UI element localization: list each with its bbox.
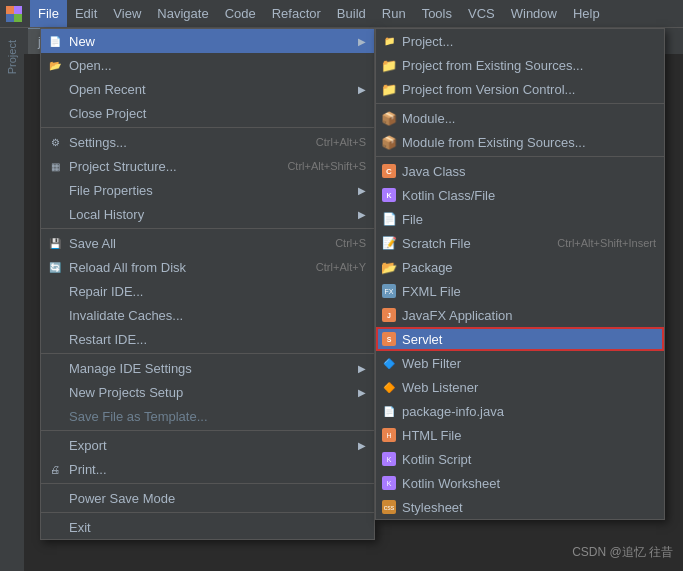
menu-item-save-all[interactable]: 💾 Save All Ctrl+S bbox=[41, 231, 374, 255]
new-submenu-dropdown: 📁 Project... 📁 Project from Existing Sou… bbox=[375, 28, 665, 520]
menubar: File Edit View Navigate Code Refactor Bu… bbox=[0, 0, 683, 28]
new-separator-1 bbox=[376, 103, 664, 104]
settings-icon: ⚙ bbox=[47, 134, 63, 150]
menu-item-new[interactable]: 📄 New ▶ bbox=[41, 29, 374, 53]
menu-item-file-properties[interactable]: File Properties ▶ bbox=[41, 178, 374, 202]
menu-item-project-structure[interactable]: ▦ Project Structure... Ctrl+Alt+Shift+S bbox=[41, 154, 374, 178]
scratch-file-icon: 📝 bbox=[380, 234, 398, 252]
menu-item-power-save-mode[interactable]: Power Save Mode bbox=[41, 486, 374, 510]
menu-code[interactable]: Code bbox=[217, 0, 264, 27]
module-existing-icon: 📦 bbox=[380, 133, 398, 151]
menu-window[interactable]: Window bbox=[503, 0, 565, 27]
kotlin-class-icon: K bbox=[380, 186, 398, 204]
java-class-icon: C bbox=[380, 162, 398, 180]
package-icon: 📂 bbox=[380, 258, 398, 276]
menu-item-open[interactable]: 📂 Open... bbox=[41, 53, 374, 77]
watermark: CSDN @追忆 往昔 bbox=[572, 544, 673, 561]
html-icon: H bbox=[380, 426, 398, 444]
menu-item-local-history[interactable]: Local History ▶ bbox=[41, 202, 374, 226]
app-logo bbox=[4, 4, 24, 24]
fxml-icon: FX bbox=[380, 282, 398, 300]
folder-icon: 📂 bbox=[47, 57, 63, 73]
separator-3 bbox=[41, 353, 374, 354]
new-item-web-listener[interactable]: 🔶 Web Listener bbox=[376, 375, 664, 399]
svg-rect-0 bbox=[6, 6, 14, 14]
new-item-package-info[interactable]: 📄 package-info.java bbox=[376, 399, 664, 423]
menu-item-repair-ide[interactable]: Repair IDE... bbox=[41, 279, 374, 303]
svg-rect-1 bbox=[14, 6, 22, 14]
css-icon: css bbox=[380, 498, 398, 516]
separator-4 bbox=[41, 430, 374, 431]
menu-item-restart-ide[interactable]: Restart IDE... bbox=[41, 327, 374, 351]
kotlin-worksheet-icon: K bbox=[380, 474, 398, 492]
reload-icon: 🔄 bbox=[47, 259, 63, 275]
file-menu-dropdown: 📄 New ▶ 📂 Open... Open Recent ▶ Close Pr… bbox=[40, 28, 375, 540]
servlet-icon: S bbox=[380, 330, 398, 348]
menu-item-invalidate-caches[interactable]: Invalidate Caches... bbox=[41, 303, 374, 327]
package-info-icon: 📄 bbox=[380, 402, 398, 420]
menu-item-reload[interactable]: 🔄 Reload All from Disk Ctrl+Alt+Y bbox=[41, 255, 374, 279]
menu-item-exit[interactable]: Exit bbox=[41, 515, 374, 539]
menu-tools[interactable]: Tools bbox=[414, 0, 460, 27]
new-item-scratch-file[interactable]: 📝 Scratch File Ctrl+Alt+Shift+Insert bbox=[376, 231, 664, 255]
new-item-project-vcs[interactable]: 📁 Project from Version Control... bbox=[376, 77, 664, 101]
separator-5 bbox=[41, 483, 374, 484]
new-item-servlet[interactable]: S Servlet bbox=[376, 327, 664, 351]
new-item-fxml[interactable]: FX FXML File bbox=[376, 279, 664, 303]
menu-view[interactable]: View bbox=[105, 0, 149, 27]
menu-edit[interactable]: Edit bbox=[67, 0, 105, 27]
new-separator-2 bbox=[376, 156, 664, 157]
project-vcs-icon: 📁 bbox=[380, 80, 398, 98]
new-item-file[interactable]: 📄 File bbox=[376, 207, 664, 231]
menu-file[interactable]: File bbox=[30, 0, 67, 27]
new-item-project[interactable]: 📁 Project... bbox=[376, 29, 664, 53]
javafx-icon: J bbox=[380, 306, 398, 324]
project-structure-icon: ▦ bbox=[47, 158, 63, 174]
print-icon: 🖨 bbox=[47, 461, 63, 477]
new-item-kotlin-class[interactable]: K Kotlin Class/File bbox=[376, 183, 664, 207]
new-item-project-existing[interactable]: 📁 Project from Existing Sources... bbox=[376, 53, 664, 77]
menu-item-close-project[interactable]: Close Project bbox=[41, 101, 374, 125]
new-item-module[interactable]: 📦 Module... bbox=[376, 106, 664, 130]
menu-item-new-projects-setup[interactable]: New Projects Setup ▶ bbox=[41, 380, 374, 404]
separator-2 bbox=[41, 228, 374, 229]
web-filter-icon: 🔷 bbox=[380, 354, 398, 372]
project-existing-icon: 📁 bbox=[380, 56, 398, 74]
svg-rect-3 bbox=[14, 14, 22, 22]
menu-item-manage-ide-settings[interactable]: Manage IDE Settings ▶ bbox=[41, 356, 374, 380]
menu-refactor[interactable]: Refactor bbox=[264, 0, 329, 27]
new-item-html-file[interactable]: H HTML File bbox=[376, 423, 664, 447]
new-item-kotlin-worksheet[interactable]: K Kotlin Worksheet bbox=[376, 471, 664, 495]
menu-item-settings[interactable]: ⚙ Settings... Ctrl+Alt+S bbox=[41, 130, 374, 154]
new-item-stylesheet[interactable]: css Stylesheet bbox=[376, 495, 664, 519]
module-icon: 📦 bbox=[380, 109, 398, 127]
file-icon: 📄 bbox=[380, 210, 398, 228]
menu-item-save-file-as-template: Save File as Template... bbox=[41, 404, 374, 428]
project-icon: 📁 bbox=[380, 32, 398, 50]
separator-1 bbox=[41, 127, 374, 128]
menu-vcs[interactable]: VCS bbox=[460, 0, 503, 27]
svg-rect-2 bbox=[6, 14, 14, 22]
sidebar: Project bbox=[0, 28, 24, 571]
menu-navigate[interactable]: Navigate bbox=[149, 0, 216, 27]
menu-item-open-recent[interactable]: Open Recent ▶ bbox=[41, 77, 374, 101]
menu-build[interactable]: Build bbox=[329, 0, 374, 27]
new-item-module-existing[interactable]: 📦 Module from Existing Sources... bbox=[376, 130, 664, 154]
new-item-kotlin-script[interactable]: K Kotlin Script bbox=[376, 447, 664, 471]
save-icon: 💾 bbox=[47, 235, 63, 251]
menu-item-export[interactable]: Export ▶ bbox=[41, 433, 374, 457]
menu-item-print[interactable]: 🖨 Print... bbox=[41, 457, 374, 481]
sidebar-project-tab[interactable]: Project bbox=[4, 32, 20, 82]
menu-run[interactable]: Run bbox=[374, 0, 414, 27]
kotlin-script-icon: K bbox=[380, 450, 398, 468]
separator-6 bbox=[41, 512, 374, 513]
new-item-web-filter[interactable]: 🔷 Web Filter bbox=[376, 351, 664, 375]
web-listener-icon: 🔶 bbox=[380, 378, 398, 396]
menu-help[interactable]: Help bbox=[565, 0, 608, 27]
new-item-java-class[interactable]: C Java Class bbox=[376, 159, 664, 183]
new-item-javafx[interactable]: J JavaFX Application bbox=[376, 303, 664, 327]
new-icon: 📄 bbox=[47, 33, 63, 49]
new-item-package[interactable]: 📂 Package bbox=[376, 255, 664, 279]
